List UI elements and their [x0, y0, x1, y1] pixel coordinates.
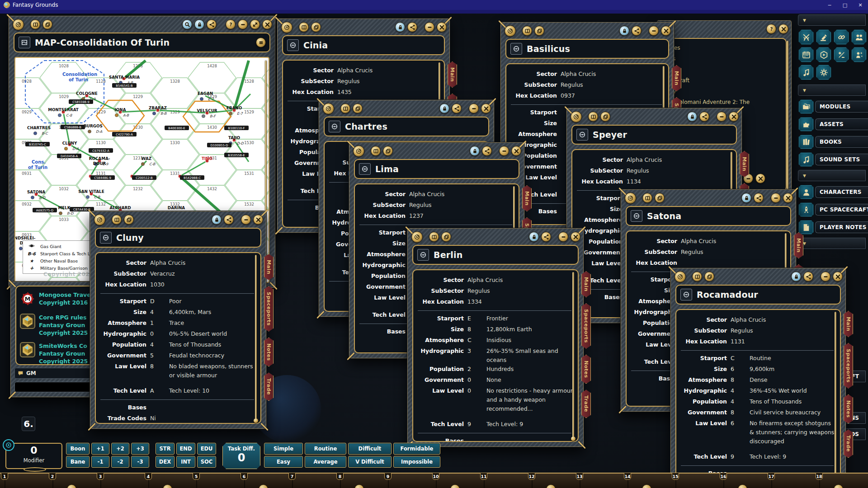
window-title-panel[interactable]: Cinia: [282, 35, 445, 55]
toolbar-button-edu[interactable]: EDU: [197, 443, 216, 455]
tab-main[interactable]: Main: [740, 151, 749, 177]
panel-toggle-button[interactable]: [30, 19, 40, 29]
window-title-panel[interactable]: Rocamadour: [675, 285, 841, 305]
toolbar-button-formidable[interactable]: Formidable: [393, 443, 440, 455]
window-title-panel[interactable]: Satona: [626, 206, 791, 226]
close-window-button[interactable]: ✕: [853, 0, 868, 10]
list-item[interactable]: Cs: [667, 64, 781, 75]
minimize-window-button[interactable]: ─: [822, 0, 837, 10]
panel-toggle-button[interactable]: [340, 103, 350, 113]
list-item[interactable]: k - Solomani Adventure 2: The: [667, 97, 781, 108]
toolbar-button-easy[interactable]: Easy: [264, 456, 303, 468]
hotbar-knob[interactable]: [259, 484, 268, 488]
tool-plus-minus-icon[interactable]: [834, 47, 849, 62]
maximize-window-button[interactable]: □: [837, 0, 853, 10]
window-title-panel[interactable]: Berlin: [412, 245, 579, 265]
hotbar-page-badge[interactable]: 6.: [22, 417, 35, 431]
hotbar-slot-number[interactable]: 7: [288, 473, 296, 480]
minimize-button[interactable]: [499, 146, 509, 156]
close-button[interactable]: [833, 272, 843, 282]
fg-logo-button[interactable]: [323, 103, 334, 114]
window-title-panel[interactable]: Speyer: [571, 125, 737, 145]
window-scrollbar[interactable]: [835, 312, 836, 476]
hotbar-slot-number[interactable]: 3: [97, 473, 104, 480]
lock-button[interactable]: [791, 272, 801, 282]
toolbar-button-simple[interactable]: Simple: [264, 443, 303, 455]
modifier-panel[interactable]: 0 Modifier: [5, 443, 62, 469]
panel-toggle-button[interactable]: [429, 232, 439, 242]
toolbar-button-boon[interactable]: Boon: [66, 443, 90, 455]
share-button[interactable]: [541, 232, 551, 242]
list-item[interactable]: ages: [667, 42, 781, 53]
minimize-button[interactable]: [771, 193, 781, 203]
sidebar-section-player[interactable]: ▼: [798, 170, 866, 181]
window-scrollbar[interactable]: [572, 272, 574, 439]
hotbar-slot-number[interactable]: 10: [432, 473, 439, 480]
tab-main[interactable]: Main: [522, 185, 532, 211]
share-button[interactable]: [224, 215, 234, 225]
fg-logo-button[interactable]: [411, 231, 423, 243]
lock-button[interactable]: [439, 103, 449, 113]
close-button[interactable]: [729, 112, 739, 122]
tab-trade[interactable]: Trade: [264, 372, 274, 401]
hotbar-knob[interactable]: [354, 484, 364, 488]
hotbar-slot-number[interactable]: 15: [672, 473, 679, 480]
hotbar-slot-number[interactable]: 4: [145, 473, 152, 480]
share-button[interactable]: [482, 146, 492, 156]
fg-logo-button[interactable]: [13, 19, 24, 30]
hotbar-knob[interactable]: [642, 484, 651, 488]
close-button[interactable]: [755, 174, 765, 183]
fg-logo-button[interactable]: [571, 111, 582, 122]
panel-toggle-button[interactable]: [692, 272, 702, 282]
sidebar-item-player-notes[interactable]: PLAYER NOTES: [798, 220, 868, 235]
tab-notes[interactable]: Notes: [581, 355, 591, 384]
panel-toggle-button[interactable]: [371, 146, 381, 156]
share-button[interactable]: [452, 103, 462, 113]
hotbar-slot-number[interactable]: 2: [49, 473, 56, 480]
hotbar-knob[interactable]: [546, 484, 556, 488]
sidebar-item-modules[interactable]: MODULES: [798, 99, 868, 114]
hotbar-knob[interactable]: [738, 484, 747, 488]
fg-logo-button[interactable]: [353, 145, 364, 157]
share-button[interactable]: [407, 22, 417, 32]
hotbar-slot-number[interactable]: 17: [768, 473, 775, 480]
sidebar-item-characters[interactable]: CHARACTERS: [798, 185, 868, 199]
tab-trade[interactable]: Trade: [844, 429, 853, 458]
lock-button[interactable]: [395, 22, 405, 32]
tool-sound-icon[interactable]: [798, 65, 814, 80]
minimize-button[interactable]: [821, 272, 830, 282]
tab-main[interactable]: Main: [264, 254, 274, 280]
lock-button[interactable]: [470, 146, 480, 156]
close-button[interactable]: [778, 24, 788, 34]
panel-toggle-button[interactable]: [588, 112, 598, 122]
clone-window-button[interactable]: [600, 112, 610, 122]
close-button[interactable]: [253, 215, 263, 225]
tab-notes[interactable]: Notes: [264, 338, 274, 367]
clone-window-button[interactable]: [704, 272, 714, 282]
toolbar-button-end[interactable]: END: [176, 443, 195, 455]
close-button[interactable]: [511, 146, 521, 156]
list-item[interactable]: acecraft: [667, 75, 781, 86]
tab-main[interactable]: Main: [672, 65, 681, 91]
lock-button[interactable]: [212, 215, 222, 225]
tool-calendar-icon[interactable]: [798, 47, 814, 62]
map-title-panel[interactable]: MAP-Consolidation Of Turin: [14, 33, 270, 52]
hotbar-knob[interactable]: [450, 484, 460, 488]
hotbar-strip[interactable]: 123456789101112131415161718: [0, 473, 868, 488]
toolbar-button-difficult[interactable]: Difficult: [348, 443, 392, 455]
share-button[interactable]: [207, 19, 217, 29]
fg-logo-button[interactable]: [505, 25, 516, 37]
close-button[interactable]: [571, 232, 580, 242]
scrollbar-knob[interactable]: [571, 436, 576, 441]
tab-trade[interactable]: Trade: [581, 389, 591, 418]
tab-notes[interactable]: Notes: [844, 394, 853, 424]
tab-spaceports[interactable]: Spaceports: [581, 303, 591, 349]
lock-button[interactable]: [529, 232, 539, 242]
clone-window-button[interactable]: [42, 19, 52, 29]
sidebar-item-books[interactable]: BOOKS: [798, 135, 868, 149]
hotbar-slot-number[interactable]: 1: [1, 473, 8, 480]
hotbar-slot-number[interactable]: 14: [624, 473, 631, 480]
map-menu-button[interactable]: [256, 38, 266, 47]
close-button[interactable]: [481, 103, 491, 113]
toolbar-button-dex[interactable]: DEX: [156, 456, 175, 468]
